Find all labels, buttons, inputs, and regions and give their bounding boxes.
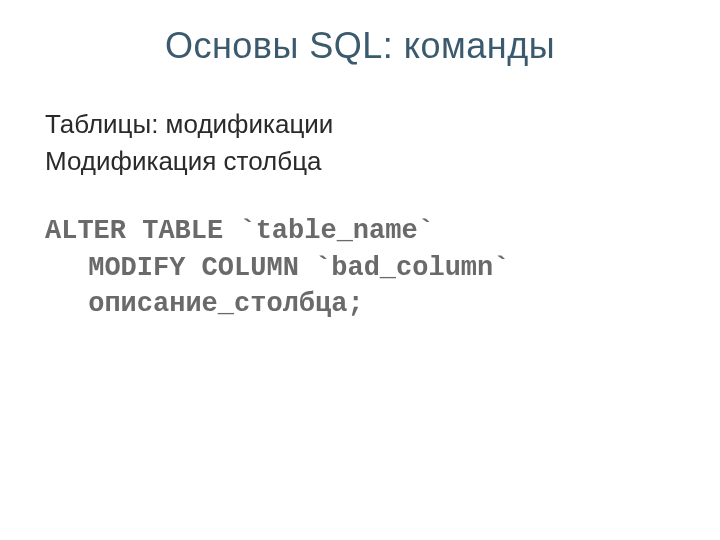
body-content: Таблицы: модификации Модификация столбца [45,107,675,179]
code-block: ALTER TABLE `table_name` MODIFY COLUMN `… [45,213,675,322]
code-line-2: MODIFY COLUMN `bad_column` [45,250,675,286]
slide-container: Основы SQL: команды Таблицы: модификации… [0,0,720,540]
body-line-1: Таблицы: модификации [45,107,675,142]
slide-title: Основы SQL: команды [45,25,675,67]
code-line-1: ALTER TABLE `table_name` [45,213,675,249]
code-line-3: описание_столбца; [45,286,675,322]
body-line-2: Модификация столбца [45,144,675,179]
